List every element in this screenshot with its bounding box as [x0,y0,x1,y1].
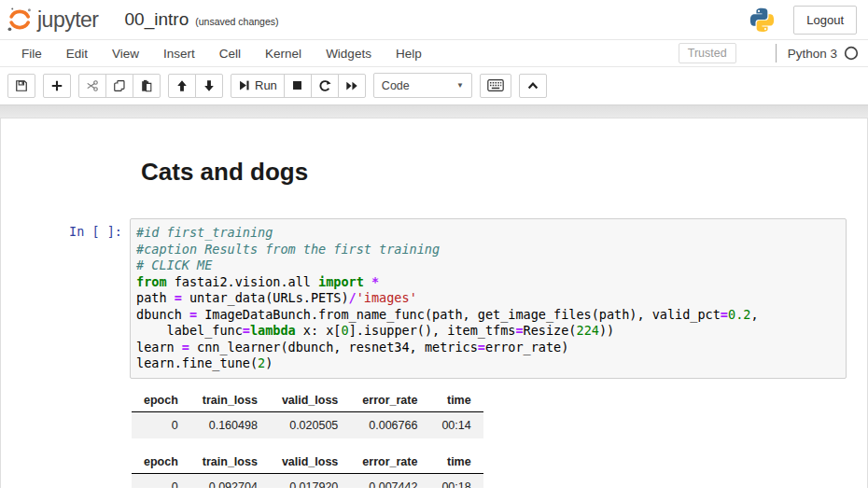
code-line: label_func=lambda x: x[0].isupper(), ite… [136,323,840,340]
code-line: learn.fine_tune(2) [136,355,840,372]
code-editor[interactable]: #id first_training#caption Results from … [130,218,847,379]
add-cell-button[interactable] [43,74,71,98]
table-cell: 0.007442 [350,473,429,488]
run-button-label: Run [255,78,277,92]
table-row: 00.0927040.0179200.00744200:18 [132,473,483,488]
code-line: learn = cnn_learner(dbunch, resnet34, me… [136,340,840,356]
table-cell: 00:14 [429,411,483,438]
fast-forward-icon [345,79,358,92]
copy-icon [113,79,126,92]
interrupt-kernel-button[interactable] [284,74,312,98]
scroll-to-top-button[interactable] [519,74,547,98]
table-header-valid_loss: valid_loss [270,389,350,412]
menu-item-edit[interactable]: Edit [54,41,100,66]
table-header-valid_loss: valid_loss [270,451,350,474]
code-line: #id first_training [136,225,840,242]
menubar: FileEditViewInsertCellKernelWidgetsHelp … [0,39,868,67]
table-cell: 0 [132,411,190,438]
table-header-epoch: epoch [132,451,190,474]
markdown-heading: Cats and dogs [141,158,867,187]
header-bar: jupyter 00_intro (unsaved changes) Logou… [0,0,868,39]
table-header-train_loss: train_loss [190,451,270,474]
jupyter-wordmark: jupyter [37,7,99,33]
plus-icon [50,79,63,92]
save-button[interactable] [7,74,35,98]
python-logo-icon [749,7,775,33]
kernel-divider [776,44,777,63]
code-line: # CLICK ME [136,257,840,274]
cut-button[interactable] [78,74,106,98]
paste-icon [140,79,153,92]
paste-button[interactable] [133,74,161,98]
menu-item-file[interactable]: File [9,41,54,66]
logout-button[interactable]: Logout [793,6,857,35]
menu-item-cell[interactable]: Cell [207,41,253,66]
step-forward-icon [238,79,250,91]
table-header-time: time [429,451,483,474]
table-cell: 0.160498 [190,411,270,438]
table-cell: 0 [132,473,190,488]
kernel-idle-icon [844,46,859,61]
cell-type-select[interactable]: Code ▼ [373,73,472,98]
copy-button[interactable] [105,74,133,98]
table-header-epoch: epoch [132,389,190,412]
stop-icon [291,79,303,91]
table-header-time: time [429,389,483,412]
table-cell: 0.017920 [270,473,350,488]
chevron-down-icon: ▼ [456,81,464,90]
scissors-icon [86,79,99,92]
jupyter-logo[interactable]: jupyter [6,6,99,34]
training-results-table: epochtrain_lossvalid_losserror_ratetime0… [132,451,483,489]
chevron-up-icon [526,79,539,92]
jupyter-logo-icon [6,6,34,34]
code-cell[interactable]: In [ ]: #id first_training#caption Resul… [1,218,867,379]
table-cell: 0.006766 [350,411,429,438]
restart-kernel-button[interactable] [311,74,339,98]
move-cell-up-button[interactable] [168,74,196,98]
code-line: #caption Results from the first training [136,242,840,258]
menu-item-help[interactable]: Help [384,41,434,66]
restart-run-all-button[interactable] [338,74,366,98]
checkpoint-status: (unsaved changes) [195,12,278,27]
notebook-top-shadow [0,104,868,118]
toolbar: Run Code ▼ [0,67,868,104]
output-area: epochtrain_lossvalid_losserror_ratetime0… [132,379,867,489]
code-line: from fastai2.vision.all import * [136,274,840,291]
notebook-title[interactable]: 00_intro [125,9,189,30]
menu-item-widgets[interactable]: Widgets [314,41,384,66]
table-row: 00.1604980.0205050.00676600:14 [132,411,483,438]
code-line: path = untar_data(URLs.PETS)/'images' [136,290,840,307]
table-cell: 0.092704 [190,473,270,488]
move-cell-down-button[interactable] [195,74,223,98]
menu-items: FileEditViewInsertCellKernelWidgetsHelp [9,41,434,66]
table-cell: 0.020505 [270,411,350,438]
arrow-down-icon [203,79,216,92]
table-header-error_rate: error_rate [350,451,429,474]
input-prompt: In [ ]: [1,218,130,239]
notebook-container: Cats and dogs In [ ]: #id first_training… [0,118,868,488]
menu-item-kernel[interactable]: Kernel [253,41,314,66]
table-header-train_loss: train_loss [190,389,270,412]
table-cell: 00:18 [429,473,483,488]
code-line: dbunch = ImageDataBunch.from_name_func(p… [136,307,840,324]
arrow-up-icon [175,79,189,92]
trusted-badge: Trusted [679,43,736,63]
run-button[interactable]: Run [231,74,285,98]
restart-icon [318,79,331,92]
menu-item-insert[interactable]: Insert [151,41,207,66]
markdown-cell[interactable]: Cats and dogs [1,158,867,205]
kernel-name: Python 3 [788,47,837,61]
cell-type-value: Code [382,79,410,92]
table-header-error_rate: error_rate [350,389,429,412]
menu-item-view[interactable]: View [100,41,151,66]
keyboard-icon [487,79,504,91]
command-palette-button[interactable] [480,74,511,98]
save-icon [15,79,28,92]
training-results-table: epochtrain_lossvalid_losserror_ratetime0… [132,389,483,438]
